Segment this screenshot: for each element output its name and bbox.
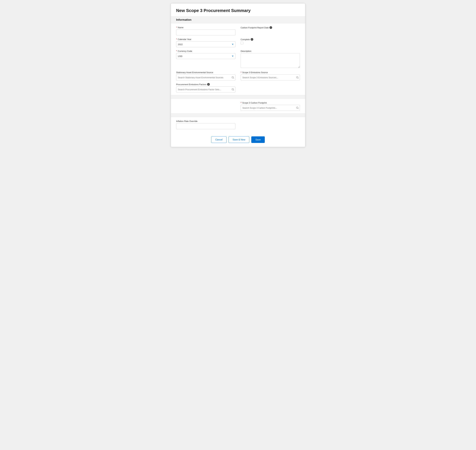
name-label-text: Name <box>178 26 184 29</box>
save-button[interactable]: Save <box>251 136 265 143</box>
supporting-metrics-header <box>171 113 305 117</box>
complete-checkbox-wrap <box>241 42 300 44</box>
description-textarea[interactable] <box>241 53 300 68</box>
calendar-year-label: * Calendar Year <box>176 38 235 41</box>
pef-info-icon[interactable]: i <box>207 83 210 86</box>
s3cf-label-text: Scope 3 Carbon Footprint <box>242 102 267 104</box>
row-saes-s3es: Stationary Asset Environmental Source * … <box>176 71 300 80</box>
complete-label: Complete i <box>241 38 300 41</box>
row-pef: Procurement Emissions Factors i <box>176 83 300 92</box>
modal-container: New Scope 3 Procurement Summary Informat… <box>171 3 305 147</box>
pef-search-icon <box>232 88 234 91</box>
col-stationary-asset: Stationary Asset Environmental Source <box>176 71 235 80</box>
currency-code-label: * Currency Code <box>176 50 235 52</box>
calendar-year-select[interactable]: 2022 2021 2023 <box>176 41 235 47</box>
svg-line-5 <box>233 90 234 90</box>
inflation-rate-input[interactable] <box>176 123 235 129</box>
pef-search-wrap <box>176 87 235 92</box>
col-name: * Name <box>176 26 235 36</box>
supporting-metrics-section: Inflation Rate Override <box>176 113 300 129</box>
scope3-summary-section: * Scope 3 Carbon Footprint <box>176 95 300 111</box>
s3es-required-star: * <box>241 71 241 74</box>
s3cf-search-wrap <box>241 105 300 111</box>
complete-info-icon[interactable]: i <box>251 38 253 41</box>
saes-label-text: Stationary Asset Environmental Source <box>176 71 213 74</box>
saes-search-button[interactable] <box>232 76 234 79</box>
currency-code-select-wrap: USD EUR GBP ▼ <box>176 53 235 59</box>
col-pef-spacer <box>241 83 300 92</box>
s3cf-label: * Scope 3 Carbon Footprint <box>241 102 300 104</box>
cfrd-label-text: Carbon Footprint Report Date <box>241 26 269 29</box>
saes-search-icon <box>232 76 234 79</box>
complete-checkbox[interactable] <box>241 42 243 44</box>
information-section-header: Information <box>171 16 305 23</box>
pef-label-text: Procurement Emissions Factors <box>176 83 206 86</box>
page-title: New Scope 3 Procurement Summary <box>176 8 300 13</box>
saes-label: Stationary Asset Environmental Source <box>176 71 235 74</box>
name-required-star: * <box>176 26 177 29</box>
complete-label-text: Complete <box>241 38 250 41</box>
s3es-search-icon <box>296 76 298 79</box>
s3es-label: * Scope 3 Emissions Source <box>241 71 300 74</box>
s3es-search-button[interactable] <box>296 76 298 79</box>
svg-line-3 <box>298 78 298 78</box>
scope3-left-spacer <box>176 102 235 111</box>
s3cf-search-icon <box>296 107 298 109</box>
row-inflation: Inflation Rate Override <box>176 120 300 129</box>
col-inflation: Inflation Rate Override <box>176 120 235 129</box>
row-currency-desc: * Currency Code USD EUR GBP ▼ Descriptio… <box>176 50 300 69</box>
s3es-label-text: Scope 3 Emissions Source <box>242 71 268 74</box>
col-currency-code: * Currency Code USD EUR GBP ▼ <box>176 50 235 69</box>
name-input[interactable] <box>176 30 235 36</box>
s3es-search-input[interactable] <box>241 75 300 80</box>
cc-required-star: * <box>176 50 177 52</box>
inflation-label: Inflation Rate Override <box>176 120 235 122</box>
row-name-cfrd: * Name Carbon Footprint Report Date i <box>176 26 300 36</box>
description-label-text: Description <box>241 50 251 52</box>
col-cfrd: Carbon Footprint Report Date i <box>241 26 300 36</box>
col-description: Description <box>241 50 300 69</box>
scope3-row: * Scope 3 Carbon Footprint <box>176 102 300 111</box>
svg-line-1 <box>233 78 234 78</box>
cfrd-info-icon[interactable]: i <box>269 26 272 29</box>
saes-search-wrap <box>176 75 235 80</box>
pef-label: Procurement Emissions Factors i <box>176 83 235 86</box>
row-cy-complete: * Calendar Year 2022 2021 2023 ▼ Complet… <box>176 38 300 47</box>
pef-search-input[interactable] <box>176 87 235 92</box>
s3es-search-wrap <box>241 75 300 80</box>
pef-search-button[interactable] <box>232 88 234 91</box>
saes-search-input[interactable] <box>176 75 235 80</box>
cc-label-text: Currency Code <box>178 50 192 52</box>
svg-line-7 <box>298 108 298 109</box>
col-pef: Procurement Emissions Factors i <box>176 83 235 92</box>
cancel-button[interactable]: Cancel <box>211 136 227 143</box>
information-section: Information * Name Carbon Footprint Repo… <box>176 16 300 92</box>
calendar-year-select-wrap: 2022 2021 2023 ▼ <box>176 41 235 47</box>
col-calendar-year: * Calendar Year 2022 2021 2023 ▼ <box>176 38 235 47</box>
scope3-section-header <box>171 95 305 99</box>
cy-label-text: Calendar Year <box>178 38 191 41</box>
s3cf-search-button[interactable] <box>296 107 298 109</box>
col-scope3-cf: * Scope 3 Carbon Footprint <box>241 102 300 111</box>
col-inflation-spacer <box>241 120 300 129</box>
name-label: * Name <box>176 26 235 29</box>
col-scope3-emissions-source: * Scope 3 Emissions Source <box>241 71 300 80</box>
s3cf-required-star: * <box>241 102 241 104</box>
save-new-button[interactable]: Save & New <box>228 136 249 143</box>
currency-code-select[interactable]: USD EUR GBP <box>176 53 235 59</box>
inflation-label-text: Inflation Rate Override <box>176 120 197 122</box>
footer-actions: Cancel Save & New Save <box>176 134 300 143</box>
col-complete: Complete i <box>241 38 300 47</box>
s3cf-search-input[interactable] <box>241 105 300 111</box>
description-label: Description <box>241 50 300 52</box>
cy-required-star: * <box>176 38 177 41</box>
cfrd-label: Carbon Footprint Report Date i <box>241 26 300 29</box>
